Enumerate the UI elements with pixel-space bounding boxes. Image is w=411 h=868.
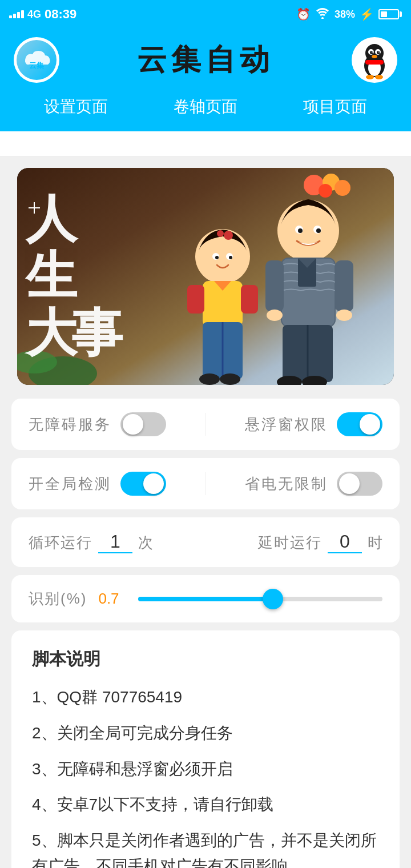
toggle-group-float: 悬浮窗权限: [217, 412, 383, 436]
toggle-row-1: 无障碍服务 悬浮窗权限: [11, 399, 400, 450]
desc-item-4: 5、脚本只是关闭作者遇到的广告，并不是关闭所有广告，不同手机对广告有不同影响: [32, 828, 379, 868]
desc-item-2: 3、无障碍和悬浮窗必须开启: [32, 757, 379, 782]
svg-point-9: [377, 51, 380, 54]
svg-text:人: 人: [25, 191, 79, 247]
status-right: ⏰ 38% ⚡: [296, 6, 402, 22]
toggle-accessibility[interactable]: [120, 412, 166, 436]
toggle-global[interactable]: [120, 472, 166, 496]
svg-point-20: [335, 180, 350, 196]
signal-icon: [9, 10, 24, 18]
divider: [206, 413, 206, 436]
global-label: 开全局检测: [29, 474, 111, 494]
delay-label: 延时运行: [258, 533, 322, 553]
battery-icon: [378, 9, 402, 19]
desc-item-3: 4、安卓7以下不支持，请自行卸载: [32, 792, 379, 818]
svg-point-55: [267, 310, 283, 321]
tab-scroll[interactable]: 卷轴页面: [141, 91, 271, 122]
toggle-power[interactable]: [337, 472, 382, 496]
svg-rect-54: [335, 260, 353, 312]
loop-input[interactable]: [98, 531, 132, 553]
svg-point-0: [321, 17, 324, 19]
divider-2: [206, 472, 206, 495]
svg-point-19: [319, 184, 332, 198]
svg-text:事: 事: [71, 305, 123, 361]
float-label: 悬浮窗权限: [245, 415, 328, 435]
desc-title: 脚本说明: [32, 648, 379, 671]
svg-point-14: [366, 75, 374, 79]
nav-tabs: 设置页面 卷轴页面 项目页面: [0, 91, 411, 131]
status-left: 4G 08:39: [9, 7, 76, 22]
svg-point-44: [220, 373, 240, 385]
toggle-thumb-on: [360, 414, 380, 435]
svg-rect-38: [241, 285, 258, 314]
svg-text:大: 大: [24, 305, 79, 361]
wifi-icon: [315, 6, 330, 22]
svg-point-10: [372, 51, 373, 53]
loop-label: 循环运行: [29, 533, 92, 553]
loop-input-group: 循环运行 次: [29, 531, 153, 553]
slider-label: 识别(%): [29, 589, 87, 609]
svg-point-48: [298, 228, 303, 233]
accessibility-label: 无障碍服务: [29, 415, 111, 435]
svg-point-30: [224, 231, 233, 240]
svg-point-11: [378, 51, 380, 53]
svg-text:生: 生: [25, 248, 78, 304]
logo-inner: 云集: [17, 40, 57, 80]
description-card: 脚本说明 1、QQ群 707765419 2、关闭全局可完成分身任务 3、无障碍…: [11, 630, 400, 868]
slider-thumb[interactable]: [263, 589, 283, 609]
tab-project[interactable]: 项目页面: [270, 91, 400, 122]
toggle-thumb-global-on: [143, 473, 164, 494]
svg-point-45: [277, 200, 339, 262]
tab-settings[interactable]: 设置页面: [11, 91, 141, 122]
power-label: 省电无限制: [245, 474, 328, 494]
slider-track[interactable]: [138, 597, 382, 601]
delay-unit: 时: [368, 533, 382, 553]
svg-point-43: [199, 373, 220, 385]
avatar[interactable]: [352, 37, 397, 83]
svg-rect-53: [265, 260, 284, 312]
svg-point-34: [215, 256, 219, 259]
svg-point-29: [195, 229, 250, 284]
app-header: 云集 云集自动: [0, 29, 411, 91]
svg-point-8: [370, 51, 373, 54]
toggle-group-accessibility: 无障碍服务: [29, 412, 194, 436]
toggle-group-power: 省电无限制: [217, 472, 383, 496]
svg-point-35: [229, 256, 232, 259]
marquee-banner: 免费，且仅用于技术交流，本人不承担任何法律责任。请: [0, 131, 411, 156]
delay-input-group: 延时运行 时: [258, 531, 382, 553]
loop-unit: 次: [138, 533, 153, 553]
svg-point-5: [365, 44, 384, 62]
logo: 云集: [14, 37, 59, 83]
toggle-float[interactable]: [337, 412, 382, 436]
movie-banner: 人 生 大 事: [17, 168, 394, 385]
status-bar: 4G 08:39 ⏰ 38% ⚡: [0, 0, 411, 29]
input-row: 循环运行 次 延时运行 时: [11, 517, 400, 567]
svg-rect-13: [365, 60, 384, 65]
battery-percent: 38%: [335, 9, 355, 21]
network-type: 4G: [27, 9, 41, 21]
desc-item-0: 1、QQ群 707765419: [32, 685, 379, 710]
svg-point-49: [316, 228, 321, 233]
alarm-icon: ⏰: [296, 7, 311, 21]
svg-point-56: [336, 310, 352, 321]
toggle-row-2: 开全局检测 省电无限制: [11, 458, 400, 509]
svg-point-31: [217, 230, 224, 237]
lightning-icon: ⚡: [360, 7, 374, 21]
marquee-text: 免费，且仅用于技术交流，本人不承担任何法律责任。请: [0, 135, 411, 153]
toggle-group-global: 开全局检测: [29, 472, 194, 496]
toggle-thumb-power-off: [339, 473, 360, 494]
svg-point-15: [375, 75, 383, 79]
slider-fill: [138, 597, 272, 601]
desc-item-1: 2、关闭全局可完成分身任务: [32, 721, 379, 746]
svg-text:云集: 云集: [29, 61, 45, 70]
delay-input[interactable]: [328, 531, 362, 553]
svg-rect-37: [187, 285, 204, 314]
toggle-thumb-off: [123, 414, 143, 435]
app-title: 云集自动: [59, 40, 352, 80]
svg-point-12: [372, 55, 377, 58]
slider-row: 识别(%) 0.7: [11, 575, 400, 622]
slider-value: 0.7: [98, 590, 127, 608]
status-time: 08:39: [45, 7, 76, 22]
